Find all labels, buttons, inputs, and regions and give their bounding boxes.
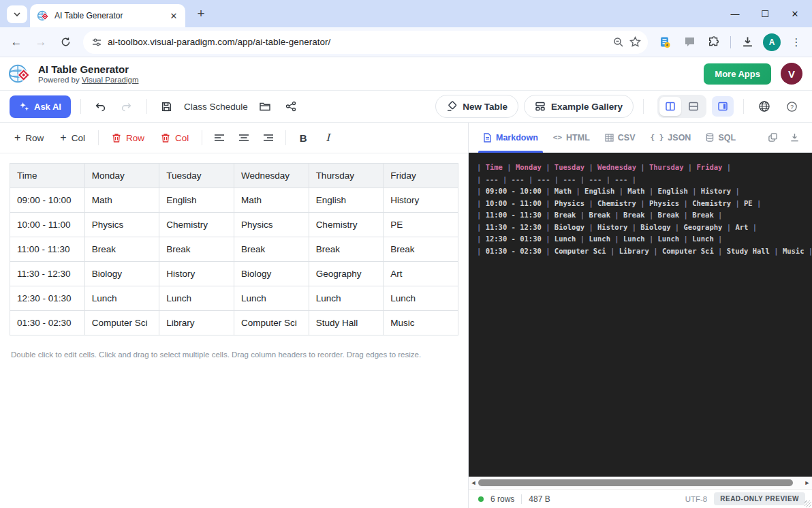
visual-paradigm-link[interactable]: Visual Paradigm bbox=[82, 76, 139, 84]
table-cell[interactable]: Break bbox=[309, 237, 384, 262]
table-cell[interactable]: Physics bbox=[84, 213, 159, 237]
tab-close-icon[interactable]: ✕ bbox=[168, 10, 180, 22]
share-button[interactable] bbox=[281, 96, 301, 117]
tab-search-button[interactable] bbox=[7, 5, 27, 23]
table-cell[interactable]: Break bbox=[84, 237, 159, 262]
table-cell[interactable]: 11:00 - 11:30 bbox=[10, 237, 85, 262]
back-button[interactable]: ← bbox=[5, 31, 27, 53]
profile-avatar[interactable]: A bbox=[762, 32, 782, 53]
browser-menu-icon[interactable]: ⋮ bbox=[786, 32, 807, 53]
table-cell[interactable]: Chemistry bbox=[309, 213, 384, 237]
table-cell[interactable]: Lunch bbox=[384, 286, 458, 311]
open-folder-button[interactable] bbox=[255, 96, 275, 117]
table-cell[interactable]: Biology bbox=[234, 262, 309, 286]
comment-extension-icon[interactable] bbox=[679, 32, 700, 53]
table-cell[interactable]: Music bbox=[384, 311, 458, 335]
align-center-button[interactable] bbox=[232, 128, 255, 148]
scroll-left-arrow[interactable]: ◄ bbox=[469, 479, 478, 486]
split-horizontal-button[interactable] bbox=[683, 97, 704, 116]
add-col-button[interactable]: + Col bbox=[52, 128, 93, 147]
table-cell[interactable]: Chemistry bbox=[159, 213, 234, 237]
save-button[interactable] bbox=[157, 96, 177, 117]
more-apps-button[interactable]: More Apps bbox=[704, 63, 771, 85]
table-cell[interactable]: Math bbox=[84, 188, 159, 213]
copy-button[interactable] bbox=[763, 128, 782, 147]
table-cell[interactable]: 01:30 - 02:30 bbox=[10, 311, 85, 335]
tab-sql[interactable]: SQL bbox=[700, 123, 742, 153]
window-close-button[interactable]: ✕ bbox=[789, 9, 801, 19]
url-text[interactable]: ai-toolbox.visual-paradigm.com/app/ai-ta… bbox=[108, 37, 608, 47]
align-left-button[interactable] bbox=[208, 128, 231, 148]
table-cell[interactable]: Study Hall bbox=[309, 311, 384, 335]
table-cell[interactable]: Biology bbox=[84, 262, 159, 286]
table-cell[interactable]: History bbox=[384, 188, 458, 213]
window-minimize-button[interactable]: — bbox=[729, 9, 741, 19]
resize-grip[interactable] bbox=[805, 500, 811, 507]
column-header[interactable]: Thursday bbox=[309, 164, 384, 188]
table-cell[interactable]: 11:30 - 12:30 bbox=[10, 262, 85, 286]
table-cell[interactable]: English bbox=[159, 188, 234, 213]
table-cell[interactable]: 10:00 - 11:00 bbox=[10, 213, 85, 237]
forward-button[interactable]: → bbox=[30, 31, 52, 53]
bold-button[interactable]: B bbox=[292, 128, 315, 148]
tab-html[interactable]: <> HTML bbox=[547, 123, 596, 153]
column-header[interactable]: Time bbox=[10, 164, 85, 188]
italic-button[interactable]: I bbox=[316, 128, 339, 148]
download-button[interactable] bbox=[785, 128, 804, 147]
tab-markdown[interactable]: Markdown bbox=[477, 123, 544, 153]
table-cell[interactable]: Library bbox=[159, 311, 234, 335]
extensions-puzzle-icon[interactable] bbox=[704, 32, 724, 53]
table-cell[interactable]: Math bbox=[234, 188, 309, 213]
scrollbar-thumb[interactable] bbox=[478, 479, 793, 486]
tab-csv[interactable]: CSV bbox=[599, 123, 642, 153]
column-header[interactable]: Friday bbox=[384, 164, 458, 188]
language-button[interactable] bbox=[753, 96, 775, 117]
help-button[interactable]: ? bbox=[781, 96, 802, 117]
align-right-button[interactable] bbox=[257, 128, 280, 148]
undo-button[interactable] bbox=[91, 96, 111, 117]
table-cell[interactable]: 12:30 - 01:30 bbox=[10, 286, 85, 311]
site-settings-icon[interactable] bbox=[91, 37, 102, 48]
toggle-preview-panel-button[interactable] bbox=[712, 96, 734, 117]
table-cell[interactable]: Lunch bbox=[309, 286, 384, 311]
horizontal-scrollbar[interactable]: ◄ ► bbox=[469, 477, 812, 489]
table-cell[interactable]: Geography bbox=[309, 262, 384, 286]
reading-list-extension-icon[interactable] bbox=[655, 32, 675, 53]
table-cell[interactable]: Lunch bbox=[234, 286, 309, 311]
user-avatar[interactable]: V bbox=[781, 63, 802, 85]
example-gallery-button[interactable]: Example Gallery bbox=[524, 95, 634, 118]
column-header[interactable]: Tuesday bbox=[159, 164, 234, 188]
table-cell[interactable]: Lunch bbox=[159, 286, 234, 311]
table-cell[interactable]: Computer Sci bbox=[84, 311, 159, 335]
add-row-button[interactable]: + Row bbox=[7, 128, 51, 147]
markdown-code[interactable]: | Time | Monday | Tuesday | Wednesday | … bbox=[469, 153, 812, 477]
delete-row-button[interactable]: Row bbox=[104, 129, 152, 147]
ask-ai-button[interactable]: Ask AI bbox=[10, 95, 71, 118]
table-cell[interactable]: Break bbox=[234, 237, 309, 262]
reload-button[interactable] bbox=[54, 31, 76, 53]
address-bar[interactable]: ai-toolbox.visual-paradigm.com/app/ai-ta… bbox=[83, 31, 648, 54]
redo-button[interactable] bbox=[116, 96, 137, 117]
scroll-right-arrow[interactable]: ► bbox=[802, 479, 812, 486]
table-name[interactable]: Class Schedule bbox=[184, 102, 248, 112]
window-maximize-button[interactable]: ☐ bbox=[759, 9, 771, 19]
table-cell[interactable]: Physics bbox=[234, 213, 309, 237]
table-cell[interactable]: PE bbox=[384, 213, 458, 237]
tab-json[interactable]: { } JSON bbox=[644, 123, 697, 153]
bookmark-star-icon[interactable] bbox=[629, 36, 641, 48]
table-cell[interactable]: 09:00 - 10:00 bbox=[10, 188, 85, 213]
table-cell[interactable]: Computer Sci bbox=[234, 311, 309, 335]
table-cell[interactable]: Break bbox=[159, 237, 234, 262]
new-table-button[interactable]: New Table bbox=[435, 95, 518, 118]
table-cell[interactable]: Break bbox=[384, 237, 458, 262]
delete-col-button[interactable]: Col bbox=[153, 129, 196, 147]
column-header[interactable]: Monday bbox=[84, 164, 159, 188]
column-header[interactable]: Wednesday bbox=[234, 164, 309, 188]
table-cell[interactable]: Lunch bbox=[84, 286, 159, 311]
zoom-out-icon[interactable] bbox=[613, 37, 624, 48]
table-cell[interactable]: English bbox=[309, 188, 384, 213]
downloads-icon[interactable] bbox=[737, 32, 758, 53]
table-cell[interactable]: Art bbox=[384, 262, 458, 286]
split-vertical-button[interactable] bbox=[659, 97, 681, 116]
table-cell[interactable]: History bbox=[159, 262, 234, 286]
